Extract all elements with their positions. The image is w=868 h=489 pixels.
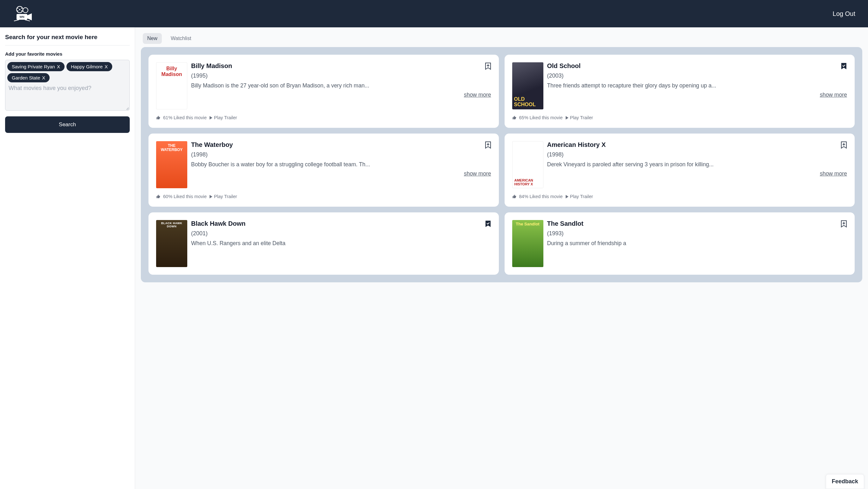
svg-marker-9 <box>27 13 32 20</box>
svg-point-5 <box>21 10 22 11</box>
results-container: Billy MadisonBilly Madison(1995)Billy Ma… <box>141 47 862 282</box>
camera-logo-icon: WN <box>13 6 35 22</box>
movie-poster: THE WATERBOY <box>156 141 187 188</box>
liked-percent: 65% Liked this movie <box>519 115 563 120</box>
svg-marker-14 <box>210 116 212 120</box>
chip-remove-icon[interactable]: X <box>57 64 60 69</box>
tab-watchlist[interactable]: Watchlist <box>166 33 195 44</box>
play-trailer-link[interactable]: Play Trailer <box>209 115 237 120</box>
movie-year: (2001) <box>191 230 491 237</box>
movie-card: Billy MadisonBilly Madison(1995)Billy Ma… <box>149 55 499 128</box>
bookmark-filled-icon[interactable] <box>485 220 491 229</box>
movie-card: AMERICAN HISTORY XAmerican History X(199… <box>504 133 855 207</box>
movie-description: Billy Madison is the 27 year-old son of … <box>191 82 491 90</box>
svg-marker-18 <box>210 195 212 198</box>
search-button[interactable]: Search <box>5 116 130 133</box>
favorite-chip: Happy Gilmore X <box>66 62 112 71</box>
movie-poster: AMERICAN HISTORY X <box>512 141 544 188</box>
movie-card: THE WATERBOYThe Waterboy(1998)Bobby Bouc… <box>149 133 499 207</box>
thumbs-up-icon <box>156 115 161 120</box>
movie-description: Three friends attempt to recapture their… <box>547 82 847 90</box>
svg-line-11 <box>25 20 30 21</box>
play-trailer-label: Play Trailer <box>214 115 237 120</box>
tabbar: NewWatchlist <box>141 33 862 47</box>
movie-description: Bobby Boucher is a water boy for a strug… <box>191 160 491 169</box>
movie-poster: Billy Madison <box>156 62 187 110</box>
movie-description: When U.S. Rangers and an elite Delta <box>191 239 491 247</box>
movie-footer: 60% Liked this moviePlay Trailer <box>156 194 491 199</box>
movie-card: OLD SCHOOLOld School(2003)Three friends … <box>504 55 855 128</box>
svg-text:WN: WN <box>20 15 25 19</box>
results-panel: NewWatchlist Billy MadisonBilly Madison(… <box>135 27 868 489</box>
favorites-placeholder: What movies have you enjoyed? <box>7 85 127 92</box>
movie-poster: OLD SCHOOL <box>512 62 544 110</box>
movie-title: Billy Madison <box>191 62 232 70</box>
movie-year: (1993) <box>547 230 847 237</box>
svg-point-6 <box>23 8 28 13</box>
favorite-chip: Saving Private Ryan X <box>7 62 65 71</box>
app-header: WN Log Out <box>0 0 868 27</box>
favorite-chip: Garden State X <box>7 73 50 82</box>
bookmark-add-icon[interactable] <box>841 141 847 150</box>
svg-point-4 <box>18 10 19 11</box>
thumbs-up-icon <box>512 115 517 120</box>
divider <box>5 45 130 45</box>
movie-title: Black Hawk Down <box>191 220 245 227</box>
favorites-input[interactable]: Saving Private Ryan XHappy Gilmore XGard… <box>5 60 130 111</box>
logout-link[interactable]: Log Out <box>833 10 855 18</box>
search-sidebar: Search for your next movie here Add your… <box>0 27 135 489</box>
play-icon <box>565 116 569 120</box>
show-more-link[interactable]: show more <box>191 171 491 177</box>
play-trailer-link[interactable]: Play Trailer <box>565 115 593 120</box>
movie-year: (1998) <box>547 151 847 158</box>
movie-footer: 65% Liked this moviePlay Trailer <box>512 115 847 120</box>
play-icon <box>209 195 213 198</box>
movie-title: The Waterboy <box>191 141 233 149</box>
play-trailer-link[interactable]: Play Trailer <box>209 194 237 199</box>
play-icon <box>565 195 569 198</box>
liked-percent: 61% Liked this movie <box>163 115 207 120</box>
thumbs-up-icon <box>512 194 517 199</box>
bookmark-add-icon[interactable] <box>485 141 491 150</box>
sidebar-title: Search for your next movie here <box>5 34 130 41</box>
show-more-link[interactable]: show more <box>547 92 847 98</box>
movie-card: BLACK HAWK DOWNBlack Hawk Down(2001)When… <box>149 212 499 275</box>
movie-title: Old School <box>547 62 581 70</box>
feedback-button[interactable]: Feedback <box>826 474 864 489</box>
app-logo: WN <box>13 6 35 22</box>
movie-footer: 61% Liked this moviePlay Trailer <box>156 115 491 120</box>
movie-year: (2003) <box>547 72 847 79</box>
movie-description: Derek Vineyard is paroled after serving … <box>547 160 847 169</box>
sidebar-subhead: Add your favorite movies <box>5 51 130 57</box>
chip-remove-icon[interactable]: X <box>104 64 108 69</box>
resize-handle[interactable] <box>125 106 129 110</box>
play-trailer-link[interactable]: Play Trailer <box>565 194 593 199</box>
play-trailer-label: Play Trailer <box>570 194 593 199</box>
show-more-link[interactable]: show more <box>191 92 491 98</box>
bookmark-filled-icon[interactable] <box>841 62 847 71</box>
movie-year: (1995) <box>191 72 491 79</box>
svg-point-3 <box>21 8 22 9</box>
liked-percent: 60% Liked this movie <box>163 194 207 199</box>
thumbs-up-icon <box>156 194 161 199</box>
movie-poster: The Sandlot <box>512 220 544 267</box>
play-icon <box>209 116 213 120</box>
play-trailer-label: Play Trailer <box>570 115 593 120</box>
movie-title: American History X <box>547 141 606 149</box>
svg-point-1 <box>19 9 20 10</box>
svg-marker-21 <box>566 195 568 198</box>
movie-description: During a summer of friendship a <box>547 239 847 247</box>
chip-remove-icon[interactable]: X <box>42 75 45 81</box>
bookmark-add-icon[interactable] <box>485 62 491 71</box>
svg-point-2 <box>18 8 19 9</box>
movie-poster: BLACK HAWK DOWN <box>156 220 187 267</box>
bookmark-add-icon[interactable] <box>841 220 847 229</box>
svg-line-10 <box>14 20 19 21</box>
tab-new[interactable]: New <box>143 33 162 44</box>
movie-title: The Sandlot <box>547 220 583 227</box>
show-more-link[interactable]: show more <box>547 171 847 177</box>
movie-year: (1998) <box>191 151 491 158</box>
movie-footer: 84% Liked this moviePlay Trailer <box>512 194 847 199</box>
liked-percent: 84% Liked this movie <box>519 194 563 199</box>
play-trailer-label: Play Trailer <box>214 194 237 199</box>
